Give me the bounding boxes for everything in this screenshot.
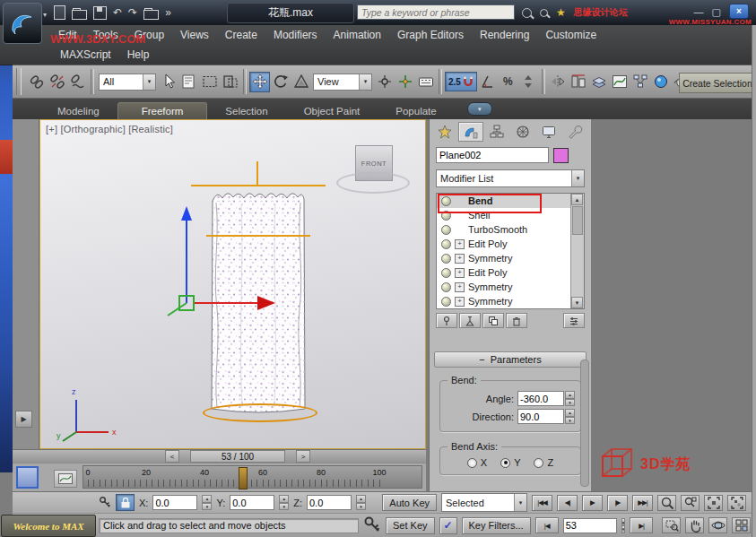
modifier-bulb-icon[interactable] [441, 268, 451, 278]
zoom-icon[interactable] [657, 495, 676, 511]
spinner-up-icon[interactable]: ▴ [565, 391, 575, 399]
spinner-down-icon[interactable]: ▾ [621, 525, 626, 533]
communication-center-icon[interactable] [540, 9, 548, 17]
y-coord-spinner[interactable]: ▴▾ [279, 495, 289, 510]
direction-field[interactable] [517, 409, 564, 424]
y-coord-field[interactable] [230, 495, 274, 510]
command-panel-scrollbar[interactable] [580, 359, 589, 487]
spinner-snap-icon[interactable] [518, 72, 539, 92]
stack-item-symmetry[interactable]: + Symmetry [437, 280, 584, 294]
bend-axis-y-option[interactable]: Y [500, 457, 520, 468]
rectangular-region-icon[interactable] [199, 72, 220, 92]
qat-overflow-icon[interactable]: » [165, 7, 171, 18]
project-folder-icon[interactable] [143, 10, 159, 20]
save-file-icon[interactable] [93, 6, 107, 20]
reference-coordinate-dropdown[interactable]: View ▾ [313, 74, 372, 91]
zoom-region-icon[interactable] [662, 517, 681, 533]
align-icon[interactable] [569, 72, 589, 92]
z-coord-spinner[interactable]: ▴▾ [356, 495, 366, 510]
spinner-up-icon[interactable]: ▴ [202, 495, 212, 503]
select-and-move-icon[interactable] [249, 72, 270, 92]
ribbon-minimize-toggle[interactable]: ▾ [467, 102, 492, 116]
dropdown-arrow-icon[interactable]: ▾ [514, 494, 526, 511]
select-and-manipulate-icon[interactable] [395, 72, 415, 92]
spinner-down-icon[interactable]: ▾ [565, 417, 575, 425]
menu-modifiers[interactable]: Modifiers [265, 29, 326, 41]
object-color-swatch[interactable] [553, 148, 569, 163]
make-unique-button[interactable] [482, 313, 504, 328]
zoom-extents-all-icon[interactable] [727, 495, 746, 511]
previous-key-button[interactable]: |◀ [535, 517, 559, 533]
expand-icon[interactable]: + [455, 254, 465, 264]
modify-tab-icon[interactable] [458, 122, 483, 142]
select-object-icon[interactable] [158, 72, 178, 92]
x-coord-field[interactable] [152, 495, 197, 510]
pan-hand-icon[interactable] [685, 517, 704, 533]
viewport[interactable]: [+] [Orthographic] [Realistic] FRONT [39, 119, 426, 449]
tab-object-paint[interactable]: Object Paint [286, 103, 378, 119]
modifier-bulb-icon[interactable] [441, 282, 451, 292]
modifier-bulb-icon[interactable] [441, 196, 451, 206]
previous-frame-button[interactable]: ◀| [557, 495, 578, 511]
modifier-bulb-icon[interactable] [441, 297, 451, 307]
welcome-to-max-button[interactable]: Welcome to MAX [1, 515, 96, 537]
x-coord-spinner[interactable]: ▴▾ [202, 495, 212, 510]
search-icon[interactable] [522, 8, 532, 18]
select-by-name-icon[interactable] [178, 72, 199, 92]
menu-rendering[interactable]: Rendering [472, 29, 537, 41]
next-frame-button[interactable]: |▶ [607, 495, 628, 511]
scroll-down-icon[interactable]: ▼ [571, 297, 583, 308]
spinner-down-icon[interactable]: ▾ [202, 503, 212, 511]
snaps-toggle-button[interactable]: 2.5 [445, 72, 477, 91]
dropdown-arrow-icon[interactable]: ▾ [359, 74, 371, 90]
time-slider-handle[interactable] [239, 467, 248, 489]
close-button[interactable]: × [729, 4, 749, 19]
menu-create[interactable]: Create [217, 29, 265, 41]
tab-selection[interactable]: Selection [207, 103, 285, 119]
redo-icon[interactable]: ↷ [128, 7, 137, 18]
dropdown-arrow-icon[interactable]: ▾ [571, 170, 584, 186]
spinner-up-icon[interactable]: ▴ [279, 495, 289, 503]
key-mode-dropdown[interactable]: Selected ▾ [441, 493, 527, 512]
stack-item-turbosmooth[interactable]: + TurboSmooth [437, 222, 584, 237]
spinner-up-icon[interactable]: ▴ [621, 518, 626, 526]
undo-icon[interactable]: ↶ [113, 7, 122, 18]
stack-item-symmetry[interactable]: + Symmetry [437, 251, 584, 265]
viewport-label[interactable]: [+] [Orthographic] [Realistic] [46, 124, 173, 134]
z-coord-field[interactable] [307, 495, 352, 510]
dropdown-arrow-icon[interactable]: ▾ [143, 74, 155, 90]
set-key-button[interactable]: Set Key [386, 517, 435, 534]
parameters-rollout-header[interactable]: − Parameters [434, 351, 587, 368]
spinner-up-icon[interactable]: ▴ [565, 409, 575, 417]
modifier-bulb-icon[interactable] [441, 211, 451, 221]
keyboard-shortcut-toggle-icon[interactable] [415, 72, 436, 92]
show-end-result-button[interactable] [459, 313, 481, 328]
direction-spinner[interactable]: ▴▾ [565, 409, 575, 424]
track-bar-ruler[interactable]: 0 20 40 60 80 100 [83, 465, 422, 489]
toolbar-grip[interactable] [16, 68, 22, 95]
menu-graph-editors[interactable]: Graph Editors [389, 29, 472, 41]
spinner-down-icon[interactable]: ▾ [279, 503, 289, 511]
expand-icon[interactable]: + [455, 297, 465, 307]
current-frame-field[interactable] [563, 518, 617, 533]
modifier-list-dropdown[interactable]: Modifier List ▾ [436, 169, 585, 187]
scrollbar-thumb[interactable] [572, 206, 583, 235]
selection-lock-toggle[interactable] [116, 494, 135, 511]
new-key-default-toggle[interactable]: ✓ [439, 517, 457, 534]
configure-modifier-sets-button[interactable] [563, 313, 585, 328]
menu-tools[interactable]: Tools [85, 29, 126, 41]
schematic-view-icon[interactable] [630, 72, 651, 92]
unlink-selection-icon[interactable] [47, 72, 67, 92]
menu-edit[interactable]: Edit [50, 29, 85, 41]
frame-spinner[interactable]: ▴▾ [621, 518, 626, 533]
display-tab-icon[interactable] [536, 122, 561, 142]
menu-help[interactable]: Help [119, 48, 158, 61]
restore-button[interactable]: ▢ [712, 5, 721, 18]
stack-item-edit-poly[interactable]: + Edit Poly [437, 265, 584, 280]
scroll-up-icon[interactable]: ▲ [571, 194, 583, 205]
tab-modeling[interactable]: Modeling [39, 103, 117, 119]
application-menu-button[interactable] [3, 3, 42, 44]
select-and-link-icon[interactable] [26, 72, 47, 92]
expand-icon[interactable]: + [455, 239, 465, 249]
go-to-end-button[interactable]: ▶▶| [632, 495, 653, 511]
